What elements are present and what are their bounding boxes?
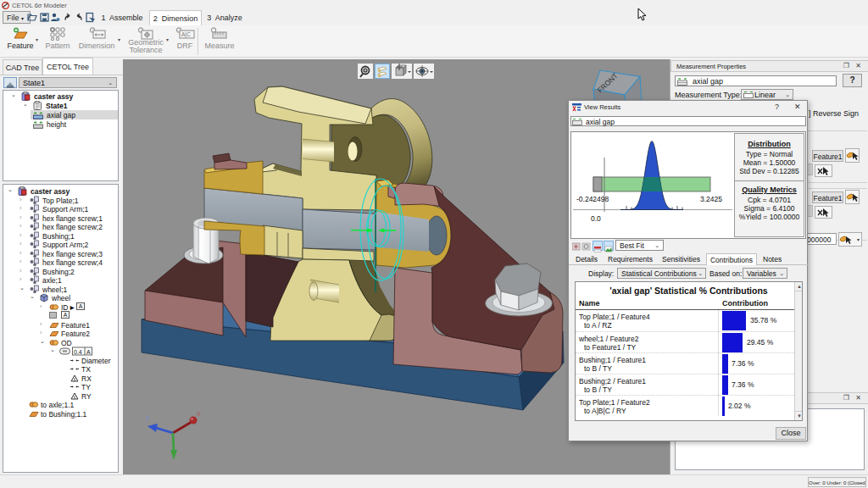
svg-text:X: X xyxy=(197,411,201,417)
svg-text:A|C: A|C xyxy=(181,31,191,38)
svg-text:A: A xyxy=(86,349,91,355)
svg-text:3.2425: 3.2425 xyxy=(700,195,722,203)
svg-text:Z: Z xyxy=(146,415,150,421)
svg-text:Y: Y xyxy=(176,456,181,462)
svg-text:0.4: 0.4 xyxy=(74,349,82,355)
svg-text:0.0: 0.0 xyxy=(591,214,601,223)
svg-text:-0.242498: -0.242498 xyxy=(576,195,609,203)
